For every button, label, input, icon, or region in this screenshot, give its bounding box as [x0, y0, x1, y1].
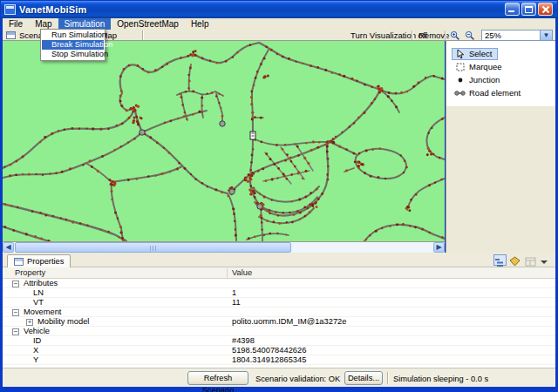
vehicle-dot[interactable]	[40, 238, 43, 240]
collapse-icon[interactable]: −	[12, 309, 19, 316]
vehicle-dot[interactable]	[269, 233, 271, 235]
vehicle-dot[interactable]	[324, 69, 327, 71]
menu-item-stop-simulation[interactable]: Stop Simulation	[42, 50, 104, 59]
vehicle-dot[interactable]	[428, 232, 430, 233]
vehicle-dot[interactable]	[184, 167, 187, 170]
vehicle-dot[interactable]	[324, 144, 326, 145]
vehicle-dot[interactable]	[262, 228, 263, 230]
vehicle-dot[interactable]	[354, 160, 357, 163]
vehicle-dot[interactable]	[341, 132, 343, 133]
vehicle-dot[interactable]	[290, 160, 292, 162]
vehicle-dot[interactable]	[254, 236, 256, 239]
vehicle-dot[interactable]	[118, 236, 119, 238]
vehicle-dot[interactable]	[326, 151, 329, 153]
vehicle-dot[interactable]	[421, 228, 424, 231]
vehicle-dot[interactable]	[332, 138, 335, 140]
vehicle-dot[interactable]	[377, 176, 379, 179]
vehicle-dot[interactable]	[44, 136, 46, 139]
vehicle-dot[interactable]	[119, 231, 122, 233]
selected-vehicle-marker[interactable]	[250, 132, 255, 139]
close-button[interactable]	[538, 3, 553, 16]
vehicle-dot[interactable]	[154, 69, 157, 71]
vehicle-dot[interactable]	[261, 217, 263, 220]
vehicle-dot[interactable]	[263, 57, 266, 60]
column-divider[interactable]	[227, 268, 228, 278]
vehicle-dot[interactable]	[391, 100, 392, 102]
vehicle-dot[interactable]	[254, 116, 256, 118]
vehicle-dot[interactable]	[384, 178, 386, 179]
vehicle-dot[interactable]	[265, 152, 268, 155]
vehicle-dot[interactable]	[291, 221, 294, 224]
vehicle-dot[interactable]	[65, 219, 68, 221]
vehicle-dot[interactable]	[304, 215, 307, 218]
vehicle-dot[interactable]	[201, 105, 203, 106]
tool-marquee[interactable]: Marquee	[446, 60, 555, 73]
vehicle-dot[interactable]	[10, 205, 13, 207]
vehicle-dot[interactable]	[79, 222, 82, 225]
vehicle-dot[interactable]	[215, 62, 218, 64]
vehicle-dot[interactable]	[169, 120, 172, 123]
vehicle-dot[interactable]	[39, 141, 41, 143]
vehicle-dot[interactable]	[121, 237, 124, 240]
vehicle-dot[interactable]	[310, 149, 313, 152]
vehicle-dot[interactable]	[210, 91, 213, 94]
vehicle-dot[interactable]	[251, 154, 254, 157]
vehicle-dot[interactable]	[192, 90, 194, 92]
vehicle-dot[interactable]	[276, 233, 278, 234]
vehicle-dot[interactable]	[271, 199, 273, 201]
vehicle-dot[interactable]	[338, 73, 341, 76]
vehicle-dot[interactable]	[286, 221, 288, 223]
vehicle-dot[interactable]	[92, 127, 94, 130]
vehicle-dot[interactable]	[356, 80, 358, 83]
vehicle-dot[interactable]	[176, 167, 179, 170]
vehicle-dot[interactable]	[404, 160, 406, 163]
vehicle-dot[interactable]	[12, 229, 15, 232]
property-row-id[interactable]: ID#4398	[3, 336, 555, 346]
vehicle-dot[interactable]	[304, 196, 307, 199]
vehicle-dot[interactable]	[254, 196, 255, 198]
vehicle-dot[interactable]	[432, 153, 434, 155]
vehicle-dot[interactable]	[305, 170, 308, 172]
vehicle-dot[interactable]	[232, 57, 234, 58]
vehicle-dot[interactable]	[249, 44, 251, 46]
vehicle-dot[interactable]	[177, 118, 179, 119]
vehicle-dot[interactable]	[186, 118, 187, 119]
vehicle-dot[interactable]	[417, 82, 419, 84]
vehicle-dot[interactable]	[441, 118, 444, 120]
vehicle-dot[interactable]	[405, 207, 408, 210]
vehicle-dot[interactable]	[271, 178, 274, 180]
vehicle-dot[interactable]	[188, 79, 191, 82]
vehicle-dot[interactable]	[441, 236, 444, 239]
menu-openstreetmap[interactable]: OpenStreetMap	[111, 18, 185, 30]
vehicle-dot[interactable]	[42, 173, 44, 176]
vehicle-dot[interactable]	[371, 86, 373, 89]
vehicle-dot[interactable]	[111, 184, 113, 186]
vehicle-dot[interactable]	[86, 224, 89, 226]
vehicle-dot[interactable]	[156, 142, 159, 145]
vehicle-dot[interactable]	[140, 118, 143, 120]
vehicle-dot[interactable]	[187, 74, 189, 76]
scroll-left-arrow[interactable]: ◀	[3, 242, 14, 253]
menu-item-break-simulation[interactable]: Break Simulation	[42, 40, 104, 50]
vehicle-dot[interactable]	[178, 162, 180, 164]
property-row-ln[interactable]: LN1	[3, 288, 555, 298]
vehicle-dot[interactable]	[218, 93, 220, 95]
vehicle-dot[interactable]	[305, 142, 307, 144]
vehicle-dot[interactable]	[201, 57, 204, 60]
vehicle-dot[interactable]	[261, 221, 262, 223]
vehicle-dot[interactable]	[114, 212, 117, 214]
property-row-attributes[interactable]: −Attributes	[3, 279, 555, 288]
property-row-movement[interactable]: −Movement	[3, 308, 555, 317]
vehicle-dot[interactable]	[283, 175, 286, 178]
junction-node[interactable]	[140, 130, 145, 135]
vehicle-dot[interactable]	[252, 148, 254, 150]
vehicle-dot[interactable]	[136, 178, 139, 180]
vehicle-dot[interactable]	[108, 179, 111, 181]
vehicle-dot[interactable]	[439, 157, 441, 159]
vehicle-dot[interactable]	[357, 160, 359, 163]
vehicle-dot[interactable]	[289, 212, 291, 214]
refresh-scenario-button[interactable]: Refresh Scenario	[187, 371, 248, 385]
vehicle-dot[interactable]	[349, 125, 350, 127]
vehicle-dot[interactable]	[338, 145, 341, 148]
vehicle-dot[interactable]	[298, 199, 301, 201]
